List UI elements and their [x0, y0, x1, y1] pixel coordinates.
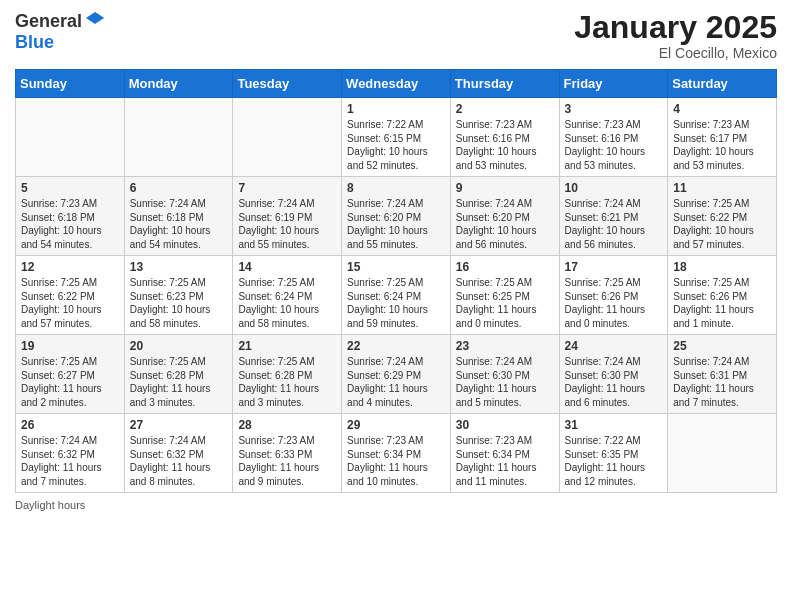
- day-number: 19: [21, 339, 119, 353]
- calendar-cell: 22Sunrise: 7:24 AM Sunset: 6:29 PM Dayli…: [342, 335, 451, 414]
- calendar-cell: 7Sunrise: 7:24 AM Sunset: 6:19 PM Daylig…: [233, 177, 342, 256]
- day-info: Sunrise: 7:23 AM Sunset: 6:34 PM Dayligh…: [347, 434, 445, 488]
- calendar-cell: [16, 98, 125, 177]
- title-section: January 2025 El Coecillo, Mexico: [574, 10, 777, 61]
- day-info: Sunrise: 7:25 AM Sunset: 6:27 PM Dayligh…: [21, 355, 119, 409]
- calendar-cell: 9Sunrise: 7:24 AM Sunset: 6:20 PM Daylig…: [450, 177, 559, 256]
- daylight-label: Daylight hours: [15, 499, 85, 511]
- day-number: 28: [238, 418, 336, 432]
- day-number: 15: [347, 260, 445, 274]
- day-number: 21: [238, 339, 336, 353]
- calendar-cell: 16Sunrise: 7:25 AM Sunset: 6:25 PM Dayli…: [450, 256, 559, 335]
- day-info: Sunrise: 7:24 AM Sunset: 6:20 PM Dayligh…: [456, 197, 554, 251]
- calendar-page: General Blue January 2025 El Coecillo, M…: [0, 0, 792, 612]
- calendar-cell: 19Sunrise: 7:25 AM Sunset: 6:27 PM Dayli…: [16, 335, 125, 414]
- day-number: 1: [347, 102, 445, 116]
- day-info: Sunrise: 7:25 AM Sunset: 6:25 PM Dayligh…: [456, 276, 554, 330]
- calendar-cell: [233, 98, 342, 177]
- day-info: Sunrise: 7:25 AM Sunset: 6:28 PM Dayligh…: [238, 355, 336, 409]
- calendar-week-row: 12Sunrise: 7:25 AM Sunset: 6:22 PM Dayli…: [16, 256, 777, 335]
- calendar-cell: 8Sunrise: 7:24 AM Sunset: 6:20 PM Daylig…: [342, 177, 451, 256]
- calendar-cell: 1Sunrise: 7:22 AM Sunset: 6:15 PM Daylig…: [342, 98, 451, 177]
- day-info: Sunrise: 7:24 AM Sunset: 6:18 PM Dayligh…: [130, 197, 228, 251]
- month-title: January 2025: [574, 10, 777, 45]
- day-number: 16: [456, 260, 554, 274]
- day-info: Sunrise: 7:25 AM Sunset: 6:22 PM Dayligh…: [21, 276, 119, 330]
- calendar-cell: 10Sunrise: 7:24 AM Sunset: 6:21 PM Dayli…: [559, 177, 668, 256]
- day-info: Sunrise: 7:24 AM Sunset: 6:29 PM Dayligh…: [347, 355, 445, 409]
- calendar-cell: 11Sunrise: 7:25 AM Sunset: 6:22 PM Dayli…: [668, 177, 777, 256]
- day-of-week-header: Sunday: [16, 70, 125, 98]
- calendar-cell: 31Sunrise: 7:22 AM Sunset: 6:35 PM Dayli…: [559, 414, 668, 493]
- day-info: Sunrise: 7:23 AM Sunset: 6:16 PM Dayligh…: [456, 118, 554, 172]
- day-info: Sunrise: 7:24 AM Sunset: 6:30 PM Dayligh…: [456, 355, 554, 409]
- day-number: 10: [565, 181, 663, 195]
- calendar-cell: 27Sunrise: 7:24 AM Sunset: 6:32 PM Dayli…: [124, 414, 233, 493]
- day-info: Sunrise: 7:24 AM Sunset: 6:32 PM Dayligh…: [21, 434, 119, 488]
- day-info: Sunrise: 7:23 AM Sunset: 6:16 PM Dayligh…: [565, 118, 663, 172]
- calendar-cell: 28Sunrise: 7:23 AM Sunset: 6:33 PM Dayli…: [233, 414, 342, 493]
- day-number: 3: [565, 102, 663, 116]
- day-info: Sunrise: 7:25 AM Sunset: 6:23 PM Dayligh…: [130, 276, 228, 330]
- svg-marker-1: [95, 12, 104, 18]
- calendar-cell: 14Sunrise: 7:25 AM Sunset: 6:24 PM Dayli…: [233, 256, 342, 335]
- day-number: 27: [130, 418, 228, 432]
- calendar-cell: 30Sunrise: 7:23 AM Sunset: 6:34 PM Dayli…: [450, 414, 559, 493]
- day-of-week-header: Thursday: [450, 70, 559, 98]
- day-info: Sunrise: 7:23 AM Sunset: 6:17 PM Dayligh…: [673, 118, 771, 172]
- day-info: Sunrise: 7:25 AM Sunset: 6:24 PM Dayligh…: [238, 276, 336, 330]
- calendar-cell: 26Sunrise: 7:24 AM Sunset: 6:32 PM Dayli…: [16, 414, 125, 493]
- calendar-week-row: 5Sunrise: 7:23 AM Sunset: 6:18 PM Daylig…: [16, 177, 777, 256]
- logo-general-text: General: [15, 11, 82, 32]
- day-number: 14: [238, 260, 336, 274]
- calendar-week-row: 19Sunrise: 7:25 AM Sunset: 6:27 PM Dayli…: [16, 335, 777, 414]
- day-of-week-header: Friday: [559, 70, 668, 98]
- calendar-week-row: 26Sunrise: 7:24 AM Sunset: 6:32 PM Dayli…: [16, 414, 777, 493]
- day-number: 7: [238, 181, 336, 195]
- calendar-cell: [668, 414, 777, 493]
- calendar-week-row: 1Sunrise: 7:22 AM Sunset: 6:15 PM Daylig…: [16, 98, 777, 177]
- calendar-cell: 25Sunrise: 7:24 AM Sunset: 6:31 PM Dayli…: [668, 335, 777, 414]
- day-info: Sunrise: 7:22 AM Sunset: 6:15 PM Dayligh…: [347, 118, 445, 172]
- day-number: 11: [673, 181, 771, 195]
- day-info: Sunrise: 7:24 AM Sunset: 6:19 PM Dayligh…: [238, 197, 336, 251]
- calendar-cell: [124, 98, 233, 177]
- day-number: 24: [565, 339, 663, 353]
- day-number: 29: [347, 418, 445, 432]
- day-info: Sunrise: 7:25 AM Sunset: 6:26 PM Dayligh…: [565, 276, 663, 330]
- day-number: 2: [456, 102, 554, 116]
- day-info: Sunrise: 7:24 AM Sunset: 6:21 PM Dayligh…: [565, 197, 663, 251]
- calendar-cell: 3Sunrise: 7:23 AM Sunset: 6:16 PM Daylig…: [559, 98, 668, 177]
- calendar-cell: 23Sunrise: 7:24 AM Sunset: 6:30 PM Dayli…: [450, 335, 559, 414]
- logo: General Blue: [15, 10, 106, 53]
- calendar-cell: 24Sunrise: 7:24 AM Sunset: 6:30 PM Dayli…: [559, 335, 668, 414]
- footer: Daylight hours: [15, 499, 777, 511]
- day-number: 31: [565, 418, 663, 432]
- day-number: 26: [21, 418, 119, 432]
- day-number: 12: [21, 260, 119, 274]
- calendar-cell: 15Sunrise: 7:25 AM Sunset: 6:24 PM Dayli…: [342, 256, 451, 335]
- calendar-cell: 4Sunrise: 7:23 AM Sunset: 6:17 PM Daylig…: [668, 98, 777, 177]
- calendar-cell: 5Sunrise: 7:23 AM Sunset: 6:18 PM Daylig…: [16, 177, 125, 256]
- page-header: General Blue January 2025 El Coecillo, M…: [15, 10, 777, 61]
- day-number: 30: [456, 418, 554, 432]
- day-number: 18: [673, 260, 771, 274]
- day-of-week-header: Tuesday: [233, 70, 342, 98]
- logo-flag-icon: [84, 10, 106, 32]
- calendar-header-row: SundayMondayTuesdayWednesdayThursdayFrid…: [16, 70, 777, 98]
- calendar-table: SundayMondayTuesdayWednesdayThursdayFrid…: [15, 69, 777, 493]
- location: El Coecillo, Mexico: [574, 45, 777, 61]
- day-info: Sunrise: 7:25 AM Sunset: 6:22 PM Dayligh…: [673, 197, 771, 251]
- day-number: 5: [21, 181, 119, 195]
- day-info: Sunrise: 7:24 AM Sunset: 6:30 PM Dayligh…: [565, 355, 663, 409]
- day-number: 23: [456, 339, 554, 353]
- day-number: 4: [673, 102, 771, 116]
- day-info: Sunrise: 7:22 AM Sunset: 6:35 PM Dayligh…: [565, 434, 663, 488]
- calendar-cell: 20Sunrise: 7:25 AM Sunset: 6:28 PM Dayli…: [124, 335, 233, 414]
- day-number: 20: [130, 339, 228, 353]
- day-number: 9: [456, 181, 554, 195]
- day-info: Sunrise: 7:23 AM Sunset: 6:33 PM Dayligh…: [238, 434, 336, 488]
- day-info: Sunrise: 7:25 AM Sunset: 6:26 PM Dayligh…: [673, 276, 771, 330]
- day-info: Sunrise: 7:24 AM Sunset: 6:32 PM Dayligh…: [130, 434, 228, 488]
- logo-blue-text: Blue: [15, 32, 106, 53]
